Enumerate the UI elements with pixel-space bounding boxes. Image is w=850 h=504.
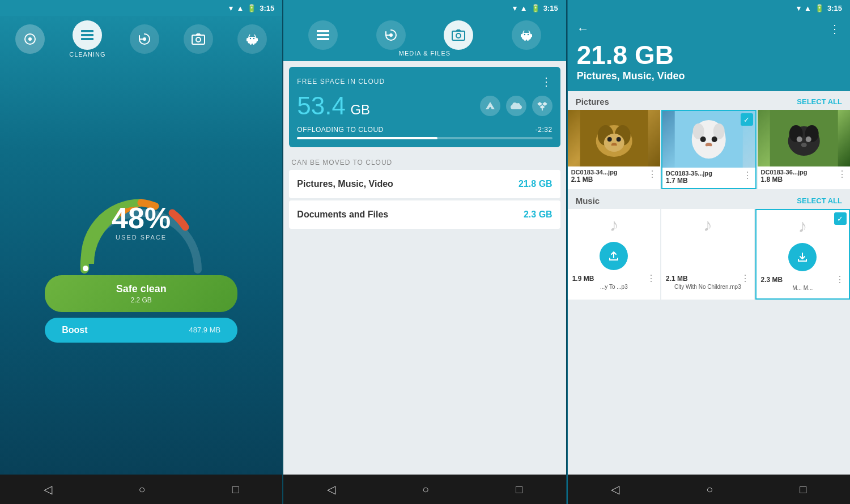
time-display-3: 3:15	[827, 4, 842, 12]
svg-line-15	[249, 35, 250, 37]
p2-tab-clean[interactable]	[308, 20, 338, 50]
svg-rect-22	[452, 31, 465, 40]
gauge-area: 48% USED SPACE Safe clean 2.2 GB Boost 4…	[0, 60, 282, 475]
picture-filename-1: DC0183-34...jpg	[571, 169, 618, 176]
bottom-nav-2: ◁ ○ □	[283, 475, 566, 504]
p3-nav-row: ← ⋮	[577, 22, 841, 36]
picture-thumb-3	[758, 110, 850, 166]
recents-nav-icon-3[interactable]: □	[800, 483, 806, 496]
picture-more-3[interactable]: ⋮	[838, 169, 847, 180]
boost-size: 487.9 MB	[189, 326, 221, 334]
svg-rect-3	[81, 34, 94, 36]
p2-top-tabs	[283, 16, 566, 50]
music-more-1[interactable]: ⋮	[647, 273, 656, 284]
music-note-3: ♪	[798, 216, 807, 237]
music-info-3: 2.3 MB ⋮	[759, 274, 847, 285]
music-action-3	[759, 240, 847, 274]
p2-tab-media[interactable]	[444, 20, 473, 50]
upload-btn-1[interactable]	[600, 242, 628, 270]
svg-point-47	[700, 136, 706, 142]
svg-point-48	[712, 136, 717, 142]
home-nav-icon-2[interactable]: ○	[422, 483, 429, 496]
move-section: CAN BE MOVED TO CLOUD Pictures, Music, V…	[289, 153, 560, 230]
home-nav-icon-3[interactable]: ○	[706, 483, 713, 496]
panel3-header: ← ⋮ 21.8 GB Pictures, Music, Video	[568, 16, 850, 91]
download-btn-3[interactable]	[788, 243, 817, 271]
music-size-2: 2.1 MB	[666, 275, 688, 283]
move-item-size-2: 2.3 GB	[524, 210, 552, 220]
music-item-1[interactable]: ♪ 1.9 MB ⋮ ...y To ...p3	[568, 209, 660, 300]
picture-info-2: DC0183-35...jpg 1.7 MB ⋮	[662, 168, 755, 188]
picture-item-2[interactable]: ✓ DC0183-35...jpg 1.7 MB ⋮	[661, 110, 756, 189]
panel2-content: FREE SPACE IN CLOUD ⋮ 53.4 GB	[283, 61, 566, 475]
battery-icon-2: 🔋	[531, 4, 540, 12]
p2-tab-android[interactable]	[512, 20, 541, 50]
boost-button[interactable]: Boost 487.9 MB	[45, 318, 237, 343]
picture-more-2[interactable]: ⋮	[743, 170, 752, 181]
pictures-select-all[interactable]: SELECT ALL	[797, 97, 842, 106]
music-more-2[interactable]: ⋮	[741, 273, 750, 284]
cloud-size-unit: GB	[350, 102, 370, 117]
detail-size: 21.8 GB	[577, 42, 841, 68]
move-item-size-1: 21.8 GB	[518, 179, 552, 189]
svg-rect-26	[530, 34, 532, 37]
home-nav-icon[interactable]: ○	[139, 483, 146, 496]
back-nav-icon-3[interactable]: ◁	[611, 482, 619, 496]
dropbox-icon[interactable]	[532, 96, 552, 116]
music-info-1: 1.9 MB ⋮	[570, 273, 658, 284]
music-select-all[interactable]: SELECT ALL	[797, 197, 842, 205]
recents-nav-icon-2[interactable]: □	[516, 483, 522, 496]
nav-tab-spin[interactable]	[130, 24, 159, 54]
recents-nav-icon[interactable]: □	[232, 483, 239, 496]
picture-thumb-2: ✓	[662, 111, 755, 168]
music-more-3[interactable]: ⋮	[835, 274, 844, 285]
p2-tab-spin[interactable]	[376, 20, 406, 50]
svg-rect-19	[317, 34, 329, 36]
music-info-2: 2.1 MB ⋮	[664, 273, 751, 284]
move-item-label-1: Pictures, Music, Video	[297, 179, 393, 189]
panel-cleaning: ▾ ▲ 🔋 3:15 CLEANING	[0, 0, 282, 504]
music-name-2: City With No Children.mp3	[672, 284, 743, 290]
nav-tab-home[interactable]	[15, 24, 45, 54]
svg-point-55	[796, 136, 802, 142]
svg-line-16	[254, 35, 256, 37]
offload-progress-bar	[297, 137, 552, 139]
nav-tab-cleaning[interactable]	[73, 20, 102, 50]
back-nav-icon-2[interactable]: ◁	[327, 482, 335, 496]
move-item-docs[interactable]: Documents and Files 2.3 GB	[289, 200, 560, 229]
gauge-container: 48% USED SPACE	[73, 190, 209, 270]
move-item-pictures[interactable]: Pictures, Music, Video 21.8 GB	[289, 170, 560, 198]
wifi-icon-3: ▾	[797, 4, 801, 12]
back-nav-icon[interactable]: ◁	[44, 482, 52, 496]
svg-point-17	[83, 266, 88, 271]
svg-line-32	[529, 31, 530, 33]
svg-point-33	[541, 109, 542, 110]
battery-icon: 🔋	[247, 4, 256, 12]
picture-more-1[interactable]: ⋮	[648, 169, 657, 180]
cleaning-tab-label: CLEANING	[69, 51, 105, 58]
svg-point-57	[801, 143, 806, 147]
back-button[interactable]: ←	[577, 22, 589, 36]
nav-tab-photo[interactable]	[184, 24, 213, 54]
picture-size-3: 1.8 MB	[761, 176, 808, 183]
google-drive-icon[interactable]	[480, 96, 500, 116]
svg-rect-18	[317, 30, 329, 32]
status-bar-1: ▾ ▲ 🔋 3:15	[0, 0, 282, 16]
music-item-3[interactable]: ♪ 2.3 MB ⋮ M... M... ✓	[755, 209, 850, 300]
more-options-button[interactable]: ⋮	[829, 22, 841, 36]
cloud-card: FREE SPACE IN CLOUD ⋮ 53.4 GB	[289, 67, 560, 147]
cloud-more-btn[interactable]: ⋮	[541, 75, 552, 88]
offload-label: OFFLOADING TO CLOUD	[297, 126, 383, 134]
picture-item-3[interactable]: DC0183-36...jpg 1.8 MB ⋮	[758, 110, 850, 189]
icloud-icon[interactable]	[506, 96, 526, 116]
cloud-size-display: 53.4 GB	[297, 92, 370, 120]
music-name-1: ...y To ...p3	[598, 284, 630, 290]
music-item-2[interactable]: ♪ 2.1 MB ⋮ City With No Children.mp3	[661, 209, 754, 300]
picture-item-1[interactable]: DC0183-34...jpg 2.1 MB ⋮	[568, 110, 660, 189]
move-item-label-2: Documents and Files	[297, 210, 388, 220]
svg-point-39	[607, 137, 611, 142]
svg-point-23	[456, 33, 461, 38]
svg-point-56	[805, 136, 811, 142]
svg-rect-4	[81, 38, 94, 40]
nav-tab-android[interactable]	[237, 24, 267, 54]
